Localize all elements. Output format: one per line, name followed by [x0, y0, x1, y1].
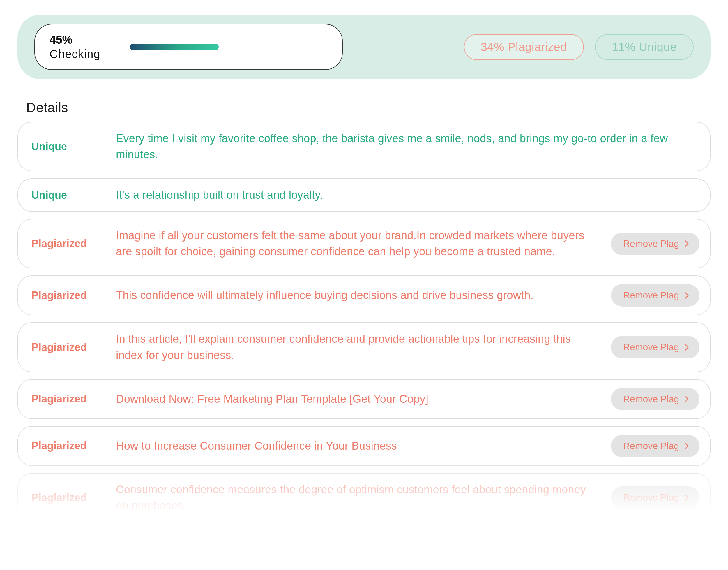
result-text: Download Now: Free Marketing Plan Templa… — [116, 391, 594, 407]
remove-plag-button-label: Remove Plag — [623, 342, 679, 353]
result-text: In this article, I'll explain consumer c… — [116, 331, 594, 363]
checking-panel: 45% Checking — [34, 24, 343, 70]
result-row: PlagiarizedDownload Now: Free Marketing … — [17, 379, 711, 419]
result-row: PlagiarizedHow to Increase Consumer Conf… — [17, 426, 711, 466]
status-label-unique: Unique — [31, 140, 98, 153]
result-row: PlagiarizedImagine if all your customers… — [17, 219, 711, 268]
remove-plag-button[interactable]: Remove Plag — [611, 486, 699, 509]
remove-plag-button-label: Remove Plag — [623, 441, 679, 452]
result-text: It's a relationship built on trust and l… — [116, 187, 699, 203]
status-label-plagiarized: Plagiarized — [31, 238, 98, 250]
result-text: Consumer confidence measures the degree … — [116, 482, 594, 514]
result-row: UniqueEvery time I visit my favorite cof… — [17, 122, 711, 171]
remove-plag-button[interactable]: Remove Plag — [611, 336, 699, 358]
chevron-right-icon — [684, 494, 690, 502]
remove-plag-button[interactable]: Remove Plag — [611, 388, 699, 410]
status-label-unique: Unique — [31, 189, 98, 201]
progress-bar-fill — [130, 44, 219, 50]
result-row: PlagiarizedConsumer confidence measures … — [17, 473, 711, 523]
checking-status-label: Checking — [49, 47, 100, 61]
status-label-plagiarized: Plagiarized — [31, 289, 98, 302]
remove-plag-button-label: Remove Plag — [623, 238, 679, 249]
plagiarized-stat-text: 34% Plagiarized — [481, 40, 567, 54]
status-label-plagiarized: Plagiarized — [31, 492, 98, 504]
details-heading: Details — [26, 100, 711, 115]
remove-plag-button-label: Remove Plag — [623, 394, 679, 404]
remove-plag-button-label: Remove Plag — [623, 492, 679, 503]
chevron-right-icon — [684, 240, 690, 248]
status-label-plagiarized: Plagiarized — [31, 341, 98, 353]
remove-plag-button[interactable]: Remove Plag — [611, 435, 699, 457]
checking-percent: 45% — [49, 33, 100, 46]
result-row: PlagiarizedThis confidence will ultimate… — [17, 275, 711, 315]
result-text: How to Increase Consumer Confidence in Y… — [116, 438, 594, 454]
progress-bar — [130, 44, 327, 50]
details-list: UniqueEvery time I visit my favorite cof… — [17, 122, 711, 523]
summary-bar: 45% Checking 34% Plagiarized 11% Unique — [17, 15, 711, 79]
remove-plag-button[interactable]: Remove Plag — [611, 284, 699, 307]
chevron-right-icon — [684, 343, 690, 351]
status-label-plagiarized: Plagiarized — [31, 440, 98, 452]
chevron-right-icon — [684, 442, 690, 450]
remove-plag-button[interactable]: Remove Plag — [611, 233, 699, 255]
result-row: UniqueIt's a relationship built on trust… — [17, 178, 711, 212]
result-text: Imagine if all your customers felt the s… — [116, 228, 594, 260]
result-row: PlagiarizedIn this article, I'll explain… — [17, 322, 711, 372]
result-text: This confidence will ultimately influenc… — [116, 287, 594, 303]
checking-text-column: 45% Checking — [49, 33, 100, 61]
result-text: Every time I visit my favorite coffee sh… — [116, 130, 699, 163]
unique-stat-text: 11% Unique — [612, 40, 677, 54]
unique-stat-pill: 11% Unique — [595, 34, 694, 60]
status-label-plagiarized: Plagiarized — [31, 393, 98, 405]
chevron-right-icon — [684, 291, 690, 300]
remove-plag-button-label: Remove Plag — [623, 290, 679, 301]
chevron-right-icon — [684, 395, 690, 403]
plagiarized-stat-pill: 34% Plagiarized — [464, 34, 584, 60]
